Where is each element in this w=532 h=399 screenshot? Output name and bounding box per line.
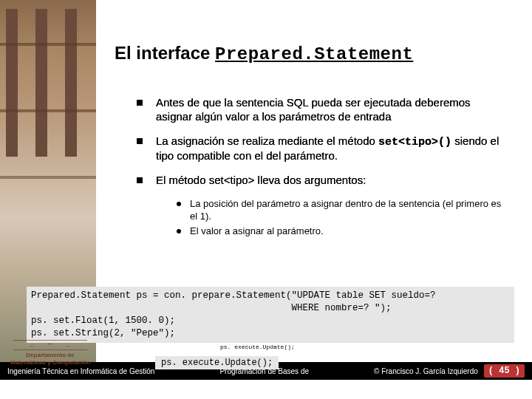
sub-bullet-item: La posición del parámetro a asignar dent… [177, 198, 506, 223]
sub-bullet-item: El valor a asignar al parámetro. [177, 225, 506, 238]
footer-left: Ingeniería Técnica en Informática de Ges… [0, 367, 162, 375]
code-small: ps. execute.Update(); [220, 344, 295, 350]
bullet-item: Antes de que la sentencia SQL pueda ser … [137, 96, 506, 124]
footer-copyright: © Francisco J. García Izquierdo [374, 367, 478, 375]
slide-title: El interface Prepared.Statement [115, 43, 413, 64]
dept-line2: Matemáticas y Computación [6, 359, 95, 366]
department-logo: Departamento de Matemáticas y Computació… [6, 340, 95, 366]
square-bullet-icon [137, 138, 143, 144]
footer-right: © Francisco J. García Izquierdo ( 45 ) [366, 364, 532, 378]
inline-code: set<tipo>() [378, 136, 451, 149]
sub-bullet-text: La posición del parámetro a asignar dent… [190, 198, 506, 223]
slide-content: El interface Prepared.Statement Antes de… [0, 0, 532, 362]
bullet-text: El método set<tipo> lleva dos argumentos… [156, 174, 366, 188]
dept-line1: Departamento de [6, 352, 95, 359]
bottom-strip [0, 380, 532, 399]
bullet-item: El método set<tipo> lleva dos argumentos… [137, 174, 506, 188]
square-bullet-icon [137, 100, 143, 106]
bullet-text: Antes de que la sentencia SQL pueda ser … [156, 96, 506, 124]
disc-bullet-icon [177, 229, 181, 233]
page-number: ( 45 ) [484, 364, 525, 378]
bullet-list: Antes de que la sentencia SQL pueda ser … [137, 96, 506, 239]
sub-bullet-list: La posición del parámetro a asignar dent… [177, 198, 506, 238]
square-bullet-icon [137, 177, 143, 183]
bullet-text: La asignación se realiza mediante el mét… [156, 134, 506, 164]
sub-bullet-text: El valor a asignar al parámetro. [190, 225, 324, 238]
title-code: Prepared.Statement [215, 44, 413, 64]
bullet-item: La asignación se realiza mediante el mét… [137, 134, 506, 164]
code-block: Prepared.Statement ps = con. prepare.Sta… [27, 287, 514, 343]
code-exec: ps. execute.Update(); [155, 356, 279, 369]
title-prefix: El interface [115, 43, 215, 63]
disc-bullet-icon [177, 202, 181, 206]
